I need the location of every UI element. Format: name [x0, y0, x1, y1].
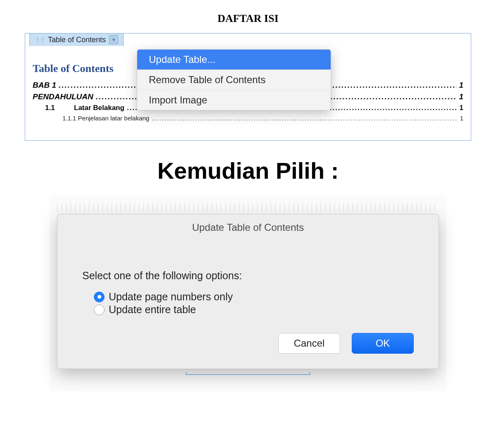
radio-update-entire-table[interactable]: Update entire table [82, 304, 414, 316]
ruler-icon [57, 203, 439, 212]
toc-field-tab[interactable]: ⋮⋮ Table of Contents [29, 33, 124, 46]
dialog-button-row: Cancel OK [57, 333, 439, 354]
dialog-prompt: Select one of the following options: [82, 270, 414, 282]
toc-container[interactable]: ⋮⋮ Table of Contents Update Table... Rem… [25, 33, 471, 141]
toc-entry-label: PENDAHULUAN [33, 92, 93, 101]
menu-item-update-table[interactable]: Update Table... [137, 50, 331, 69]
radio-label: Update entire table [109, 304, 196, 316]
menu-item-import-image[interactable]: Import Image [137, 90, 331, 110]
dialog-body: Select one of the following options: Upd… [57, 241, 439, 333]
page-title: DAFTAR ISI [25, 12, 471, 25]
radio-icon[interactable] [94, 292, 105, 302]
context-menu: Update Table... Remove Table of Contents… [137, 49, 331, 110]
toc-tab-label: Table of Contents [48, 36, 106, 44]
toc-subentry-page: 1 [460, 104, 463, 112]
cancel-button[interactable]: Cancel [278, 333, 340, 354]
toc-entry-label: BAB 1 [33, 81, 56, 90]
update-toc-dialog: Update Table of Contents Select one of t… [57, 214, 439, 369]
ok-button[interactable]: OK [352, 333, 414, 354]
toc-entry-page: 1 [459, 81, 463, 90]
dialog-title: Update Table of Contents [57, 214, 439, 241]
dialog-backdrop: Update Table of Contents Select one of t… [50, 196, 446, 391]
instruction-text: Kemudian Pilih : [25, 157, 471, 184]
toc-sub2entry[interactable]: 1.1.1 Penjelasan latar belakang 1 [33, 115, 463, 122]
radio-icon[interactable] [94, 304, 105, 315]
toc-entry-page: 1 [459, 92, 463, 101]
chevron-down-icon[interactable] [109, 35, 118, 44]
radio-update-page-numbers[interactable]: Update page numbers only [82, 291, 414, 303]
drag-handle-icon[interactable]: ⋮⋮ [35, 36, 45, 43]
selection-indicator [186, 372, 310, 375]
toc-sub2entry-page: 1 [460, 115, 463, 122]
toc-leader-dots [152, 115, 457, 122]
toc-sub2entry-label: 1.1.1 Penjelasan latar belakang [62, 115, 149, 122]
menu-item-remove-toc[interactable]: Remove Table of Contents [137, 69, 331, 90]
radio-label: Update page numbers only [109, 291, 233, 303]
toc-subentry-label: 1.1Latar Belakang [45, 104, 124, 112]
